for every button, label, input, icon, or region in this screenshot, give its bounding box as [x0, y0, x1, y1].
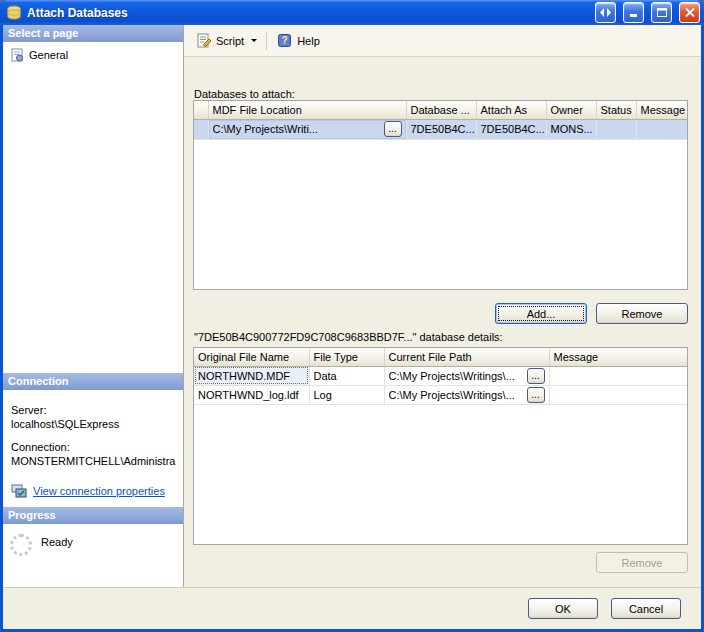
- script-icon: [197, 33, 212, 48]
- details-grid-row[interactable]: NORTHWND_log.ldf Log C:\My Projects\Writ…: [194, 385, 687, 404]
- connection-header: Connection: [3, 373, 183, 390]
- script-button-label: Script: [216, 35, 244, 47]
- original-file-name-cell[interactable]: NORTHWND.MDF: [194, 366, 309, 385]
- column-header-owner: Owner: [546, 101, 596, 119]
- message-cell[interactable]: [549, 385, 687, 404]
- current-file-path-cell[interactable]: C:\My Projects\Writings\... ...: [384, 366, 549, 385]
- column-header-original-file-name: Original File Name: [194, 348, 309, 366]
- details-grid-row[interactable]: NORTHWND.MDF Data C:\My Projects\Writing…: [194, 366, 687, 385]
- mdf-file-location-cell[interactable]: C:\My Projects\Writi... ...: [208, 119, 406, 139]
- help-icon: ?: [278, 33, 293, 48]
- view-connection-properties-link[interactable]: View connection properties: [33, 484, 165, 498]
- window-minimize-button[interactable]: [623, 2, 644, 23]
- minimize-icon: [629, 8, 639, 17]
- window-title: Attach Databases: [27, 6, 588, 20]
- progress-header: Progress: [3, 507, 183, 524]
- connection-properties-icon: [11, 484, 27, 498]
- message-cell[interactable]: [636, 119, 687, 139]
- script-button[interactable]: Script: [191, 29, 263, 52]
- row-selector-column-header: [194, 101, 208, 119]
- maximize-icon: [657, 8, 667, 17]
- file-type-cell[interactable]: Data: [309, 366, 384, 385]
- database-details-label: "7DE50B4C900772FD9C708C9683BBD7F..." dat…: [194, 331, 503, 343]
- progress-spinner-icon: [10, 534, 32, 556]
- toolbar-separator: [266, 32, 267, 50]
- attach-databases-dialog: Attach Databases Select a page: [0, 0, 704, 632]
- column-header-message: Message: [636, 101, 687, 119]
- main-panel: Script ? Help: [184, 25, 701, 587]
- script-dropdown-arrow-icon: [251, 39, 257, 42]
- server-value: localhost\SQLExpress: [11, 417, 179, 431]
- toolbar: Script ? Help: [184, 25, 701, 57]
- column-header-mdf-file-location: MDF File Location: [208, 101, 406, 119]
- progress-status: Ready: [41, 534, 73, 556]
- column-header-file-type: File Type: [309, 348, 384, 366]
- sidebar-item-general[interactable]: General: [3, 42, 183, 62]
- databases-to-attach-grid: MDF File Location Database ... Attach As…: [193, 100, 688, 290]
- original-file-name-cell[interactable]: NORTHWND_log.ldf: [194, 385, 309, 404]
- connection-value: MONSTERMITCHELL\Administra: [11, 454, 179, 468]
- sidebar-item-general-label: General: [29, 49, 68, 61]
- browse-mdf-button[interactable]: ...: [384, 121, 402, 137]
- current-file-path-cell[interactable]: C:\My Projects\Writings\... ...: [384, 385, 549, 404]
- cancel-button[interactable]: Cancel: [611, 598, 681, 619]
- help-button-label: Help: [297, 35, 320, 47]
- owner-cell[interactable]: MONS...: [546, 119, 596, 139]
- select-a-page-header: Select a page: [3, 25, 183, 42]
- close-icon: [685, 8, 695, 17]
- help-button[interactable]: ? Help: [272, 29, 326, 52]
- attach-database-icon: [6, 5, 22, 21]
- ok-button[interactable]: OK: [528, 598, 598, 619]
- add-button[interactable]: Add...: [495, 303, 587, 324]
- attach-grid-row[interactable]: C:\My Projects\Writi... ... 7DE50B4C... …: [194, 119, 687, 139]
- databases-to-attach-label: Databases to attach:: [194, 88, 295, 100]
- column-header-status: Status: [596, 101, 636, 119]
- file-type-cell[interactable]: Log: [309, 385, 384, 404]
- status-cell[interactable]: [596, 119, 636, 139]
- server-label: Server:: [11, 403, 179, 417]
- browse-data-file-button[interactable]: ...: [527, 368, 545, 384]
- message-cell[interactable]: [549, 366, 687, 385]
- window-maximize-button[interactable]: [651, 2, 672, 23]
- column-header-message: Message: [549, 348, 687, 366]
- column-header-current-file-path: Current File Path: [384, 348, 549, 366]
- browse-log-file-button[interactable]: ...: [527, 387, 545, 403]
- remove-button[interactable]: Remove: [596, 303, 688, 324]
- database-name-cell[interactable]: 7DE50B4C...: [406, 119, 476, 139]
- sidebar: Select a page General: [3, 25, 184, 587]
- svg-text:?: ?: [282, 35, 288, 46]
- column-header-database-name: Database ...: [406, 101, 476, 119]
- attach-as-cell[interactable]: 7DE50B4C...: [476, 119, 546, 139]
- column-header-attach-as: Attach As: [476, 101, 546, 119]
- dock-arrows-icon: [600, 8, 611, 17]
- general-page-icon: [10, 48, 24, 62]
- connection-label: Connection:: [11, 440, 179, 454]
- window-dock-arrows-button[interactable]: [595, 2, 616, 23]
- footer: OK Cancel: [3, 587, 701, 629]
- titlebar[interactable]: Attach Databases: [0, 0, 704, 25]
- details-remove-button: Remove: [596, 552, 688, 573]
- row-selector-cell[interactable]: [194, 119, 208, 139]
- database-details-grid: Original File Name File Type Current Fil…: [193, 347, 688, 545]
- window-close-button[interactable]: [679, 2, 700, 23]
